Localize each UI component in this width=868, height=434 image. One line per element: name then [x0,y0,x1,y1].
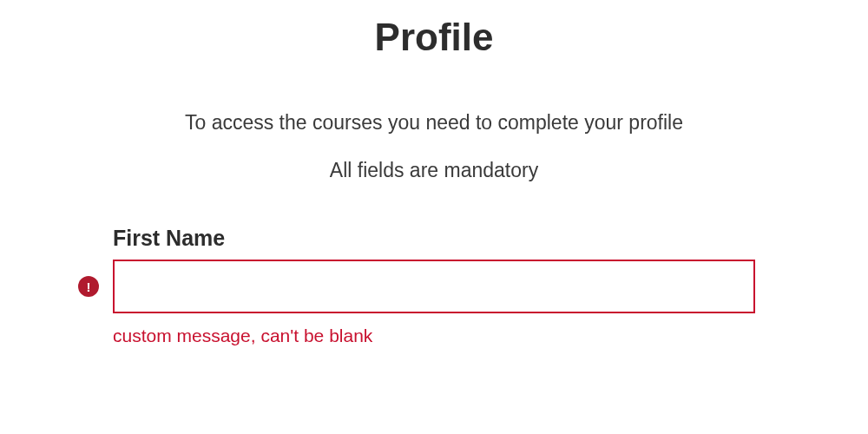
page-title: Profile [375,16,494,59]
first-name-error-message: custom message, can't be blank [113,326,755,346]
first-name-label: First Name [113,226,755,251]
first-name-input[interactable] [113,260,755,313]
error-exclamation-icon: ! [78,276,99,297]
instruction-line-2: All fields are mandatory [330,159,538,182]
first-name-field-group: First Name ! custom message, can't be bl… [113,226,755,346]
instruction-line-1: To access the courses you need to comple… [185,111,683,135]
